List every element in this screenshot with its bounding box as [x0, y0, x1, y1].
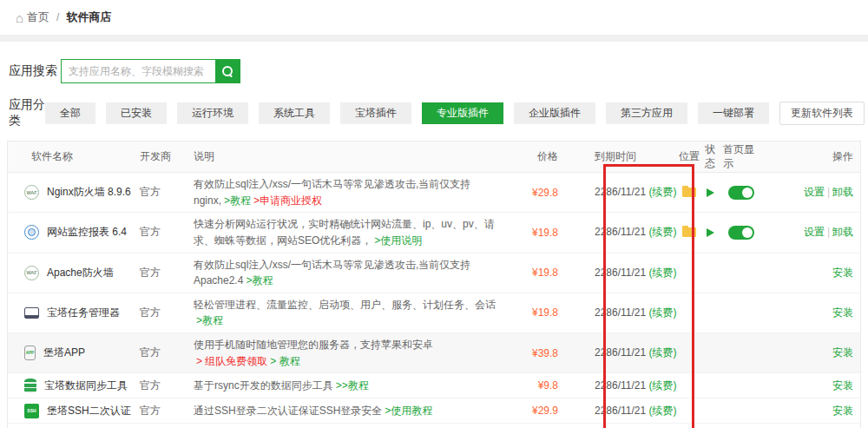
table-row: WAF Nginx防火墙 8.9.6 官方 有效防止sql注入/xss/一句话木…	[8, 173, 860, 212]
table-row: WAF Apache防火墙 官方 有效防止sql注入/xss/一句话木马等常见渗…	[8, 253, 860, 293]
category-tab[interactable]: 全部	[45, 102, 95, 124]
description-cell: 基于nginx的负载均衡, 使用之前请先安装nginx>>使用帮助	[194, 425, 504, 428]
action-cell: 安装	[763, 404, 860, 418]
header-price: 价格	[504, 148, 563, 166]
running-status-icon[interactable]	[707, 188, 714, 197]
renew-link[interactable]: (续费)	[649, 306, 677, 319]
category-tab[interactable]: 第三方应用	[606, 102, 687, 124]
developer-cell: 官方	[140, 306, 194, 320]
software-name-cell: 网站监控报表 6.4	[8, 225, 140, 240]
renew-link[interactable]: (续费)	[649, 267, 677, 279]
description-link[interactable]: >>教程	[336, 379, 369, 392]
renew-link[interactable]: (续费)	[649, 186, 677, 198]
expire-cell: 2286/11/21 (续费)	[563, 346, 678, 360]
expire-cell: 2286/11/21 (续费)	[563, 225, 678, 240]
position-cell	[678, 227, 700, 237]
status-cell	[700, 188, 720, 197]
software-name-cell: SSH 堡塔SSH二次认证	[8, 404, 140, 418]
homepage-display-toggle[interactable]	[728, 186, 754, 200]
category-tab[interactable]: 已安装	[106, 102, 167, 124]
install-link[interactable]: 安装	[832, 405, 853, 417]
description-link[interactable]: >教程	[224, 194, 251, 207]
software-name-cell: 宝塔数据同步工具	[8, 379, 140, 393]
category-tab[interactable]: 一键部署	[698, 102, 769, 124]
category-tab[interactable]: 企业版插件	[514, 102, 595, 124]
action-cell: 安装	[763, 346, 860, 360]
category-tab[interactable]: 系统工具	[259, 102, 330, 124]
homepage-display-toggle[interactable]	[728, 226, 754, 240]
action-separator: |	[827, 186, 830, 198]
action-cell: 设置|卸载	[763, 225, 860, 240]
breadcrumb-home-link[interactable]: 首页	[27, 10, 49, 25]
category-tab[interactable]: 宝塔插件	[340, 102, 411, 124]
description-cell: 基于rsync开发的数据同步工具>>教程	[194, 374, 504, 398]
software-table: 软件名称 开发商 说明 价格 到期时间 位置 状态 首页显示 操作 WAF Ng…	[7, 141, 861, 428]
task-manager-icon	[24, 307, 39, 319]
search-box	[61, 59, 240, 83]
table-header: 软件名称 开发商 说明 价格 到期时间 位置 状态 首页显示 操作	[8, 142, 860, 173]
description-link[interactable]: >使用说明	[374, 234, 422, 247]
install-link[interactable]: 安装	[832, 346, 853, 359]
app-name: 网站监控报表 6.4	[47, 225, 127, 240]
renew-link[interactable]: (续费)	[649, 346, 677, 359]
expire-cell: 2286/11/21 (续费)	[563, 379, 678, 393]
price-cell: ¥29.9	[504, 405, 563, 417]
renew-link[interactable]: (续费)	[649, 405, 677, 417]
price-cell: ¥29.8	[504, 187, 563, 199]
software-name-cell: APP 堡塔APP	[8, 346, 140, 360]
uninstall-link[interactable]: 卸载	[832, 226, 853, 238]
header-status: 状态	[700, 142, 720, 172]
expire-date: 2286/11/21	[595, 306, 649, 319]
header-developer: 开发商	[140, 148, 194, 166]
install-link[interactable]: 安装	[832, 306, 853, 319]
category-tab[interactable]: 运行环境	[177, 102, 248, 124]
description-link[interactable]: >使用教程	[385, 405, 432, 417]
expire-date: 2286/11/21	[595, 186, 649, 198]
description-link[interactable]: >申请商业授权	[253, 194, 322, 207]
category-buttons: 全部已安装运行环境系统工具宝塔插件专业版插件企业版插件第三方应用一键部署	[45, 102, 779, 124]
breadcrumb-current: 软件商店	[66, 10, 111, 25]
settings-link[interactable]: 设置	[804, 186, 825, 198]
price-cell: ¥19.8	[504, 227, 563, 239]
description-text: 使用手机随时随地管理您的服务器，支持苹果和安卓	[194, 339, 433, 351]
description-text: 通过SSH登录二次认证保证SSH登录安全	[194, 405, 382, 417]
price-cell: ¥19.8	[504, 267, 563, 279]
expire-date: 2286/11/21	[595, 405, 649, 417]
action-cell: 安装	[763, 379, 860, 393]
header-software-name: 软件名称	[8, 148, 140, 166]
running-status-icon[interactable]	[707, 228, 714, 237]
folder-icon[interactable]	[682, 188, 696, 197]
software-name-cell: 宝塔任务管理器	[8, 306, 140, 320]
developer-cell: 官方	[140, 379, 194, 393]
expire-cell: 2286/11/21 (续费)	[563, 266, 678, 280]
waf-icon: WAF	[24, 185, 39, 200]
search-button[interactable]	[215, 59, 240, 83]
description-link[interactable]: >教程	[196, 314, 223, 326]
description-cell: 使用手机随时随地管理您的服务器，支持苹果和安卓> 组队免费领取> 教程	[194, 333, 504, 372]
category-tab-active[interactable]: 专业版插件	[422, 102, 503, 124]
install-link[interactable]: 安装	[832, 379, 853, 392]
table-body: WAF Nginx防火墙 8.9.6 官方 有效防止sql注入/xss/一句话木…	[8, 173, 860, 428]
category-label: 应用分类	[9, 97, 45, 128]
install-link[interactable]: 安装	[832, 267, 853, 279]
developer-cell: 官方	[140, 346, 194, 360]
settings-link[interactable]: 设置	[804, 226, 825, 238]
renew-link[interactable]: (续费)	[649, 226, 677, 238]
description-link[interactable]: > 教程	[270, 355, 299, 367]
table-row: 宝塔数据同步工具 官方 基于rsync开发的数据同步工具>>教程 ¥9.8 22…	[8, 372, 860, 398]
folder-icon[interactable]	[682, 227, 696, 237]
position-cell	[678, 188, 700, 197]
update-software-list-button[interactable]: 更新软件列表	[779, 102, 865, 125]
table-row: SSH 堡塔SSH二次认证 官方 通过SSH登录二次认证保证SSH登录安全>使用…	[8, 398, 860, 423]
divider-strip	[0, 35, 868, 42]
app-search-row: 应用搜索	[0, 42, 868, 83]
uninstall-link[interactable]: 卸载	[832, 186, 853, 198]
search-icon	[222, 66, 233, 77]
renew-link[interactable]: (续费)	[649, 379, 677, 392]
price-cell: ¥9.8	[504, 379, 563, 392]
description-link[interactable]: > 组队免费领取	[196, 355, 267, 367]
expire-cell: 2286/11/21 (续费)	[563, 306, 678, 320]
description-link[interactable]: >教程	[246, 274, 273, 286]
search-input[interactable]	[61, 59, 215, 83]
breadcrumb: ⌂ 首页 / 软件商店	[0, 0, 868, 35]
